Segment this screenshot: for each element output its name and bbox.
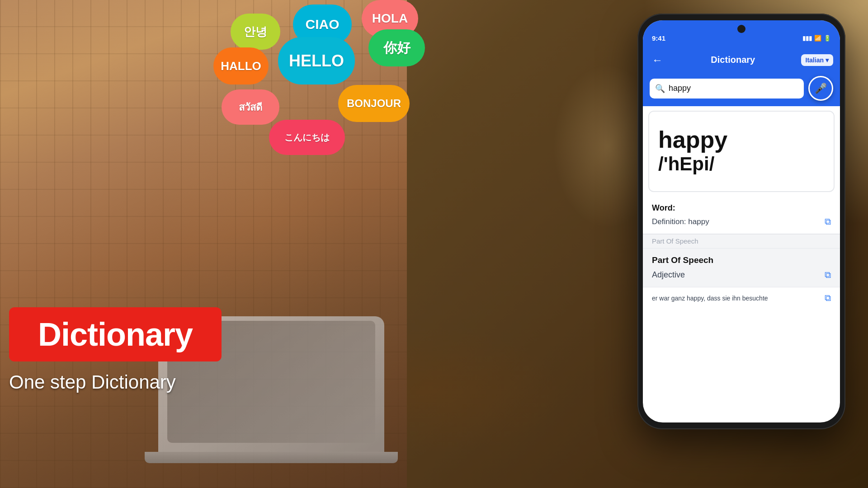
status-bar: 9:41 ▮▮▮ 📶 🔋 [643, 20, 840, 47]
laptop-base [145, 452, 398, 463]
status-time: 9:41 [652, 34, 665, 42]
bubble-korean-text: 안녕 [244, 24, 267, 40]
wifi-icon: 📶 [814, 35, 821, 42]
language-label: Italian [806, 56, 824, 64]
signal-icon: ▮▮▮ [802, 35, 812, 42]
search-icon: 🔍 [655, 84, 665, 94]
pos-peek-text: Part Of Speech [652, 237, 698, 245]
word-phonetic: /'hEpi/ [658, 153, 714, 175]
bubble-bonjour-text: BONJOUR [347, 97, 401, 110]
bubble-thai: สวัสดี [222, 89, 279, 125]
bubble-thai-text: สวัสดี [239, 99, 262, 115]
camera-notch [737, 25, 745, 33]
bubble-hallo-text: HALLO [221, 59, 261, 73]
battery-icon: 🔋 [824, 35, 831, 42]
bubble-chinese: 你好 [368, 29, 425, 66]
pos-header: Part Of Speech [652, 255, 831, 265]
bubble-hola-text: HOLA [372, 11, 408, 26]
nav-title: Dictionary [670, 55, 797, 65]
bubble-hello-text: HELLO [289, 52, 344, 70]
pos-content: Adjective ⧉ [652, 270, 831, 280]
language-selector[interactable]: Italian ▾ [801, 54, 833, 66]
mic-icon: 🎤 [815, 83, 827, 94]
word-section-content: Definition: happy ⧉ [652, 216, 831, 227]
pos-section: Part Of Speech Adjective ⧉ [643, 248, 840, 287]
bubble-ciao-text: CIAO [306, 17, 340, 32]
search-container: 🔍 happy 🎤 [643, 72, 840, 106]
bubble-hallo: HALLO [213, 47, 269, 84]
search-value: happy [669, 84, 691, 93]
bubble-japanese-text: こんにちは [284, 131, 330, 144]
status-icons: ▮▮▮ 📶 🔋 [802, 35, 831, 42]
definition-text: Definition: happy [652, 217, 709, 226]
back-button[interactable]: ← [650, 52, 665, 69]
example-section: er war ganz happy, dass sie ihn besuchte… [643, 287, 840, 309]
pos-value: Adjective [652, 270, 685, 280]
pos-peek: Part Of Speech [643, 234, 840, 248]
dictionary-banner: Dictionary [9, 307, 222, 361]
phone-screen: 9:41 ▮▮▮ 📶 🔋 ← Dictionary Italian ▾ 🔍 ha… [643, 20, 840, 422]
mic-button[interactable]: 🎤 [808, 76, 833, 101]
banner-title: Dictionary [38, 316, 193, 353]
nav-bar: ← Dictionary Italian ▾ [643, 47, 840, 72]
tagline: One step Dictionary [9, 371, 176, 393]
word-section-header: Word: [652, 203, 831, 213]
bubble-hello: HELLO [278, 37, 355, 84]
word-display-card: happy /'hEpi/ [648, 111, 835, 192]
word-text: happy [658, 127, 727, 153]
bubble-japanese: こんにちは [269, 120, 345, 155]
word-section: Word: Definition: happy ⧉ [643, 197, 840, 234]
copy-example-button[interactable]: ⧉ [825, 293, 831, 303]
speech-bubbles-container: 안녕 CIAO HOLA HALLO HELLO 你好 สวัสดี BONJO… [181, 0, 452, 158]
copy-definition-button[interactable]: ⧉ [825, 216, 831, 227]
bubble-chinese-text: 你好 [383, 39, 410, 57]
bubble-korean: 안녕 [231, 14, 280, 50]
bubble-bonjour: BONJOUR [338, 85, 410, 122]
phone-mockup: 9:41 ▮▮▮ 📶 🔋 ← Dictionary Italian ▾ 🔍 ha… [637, 14, 845, 429]
copy-pos-button[interactable]: ⧉ [825, 270, 831, 280]
example-text: er war ganz happy, dass sie ihn besuchte [652, 295, 825, 302]
search-box[interactable]: 🔍 happy [650, 79, 804, 99]
dropdown-arrow-icon: ▾ [826, 56, 829, 64]
